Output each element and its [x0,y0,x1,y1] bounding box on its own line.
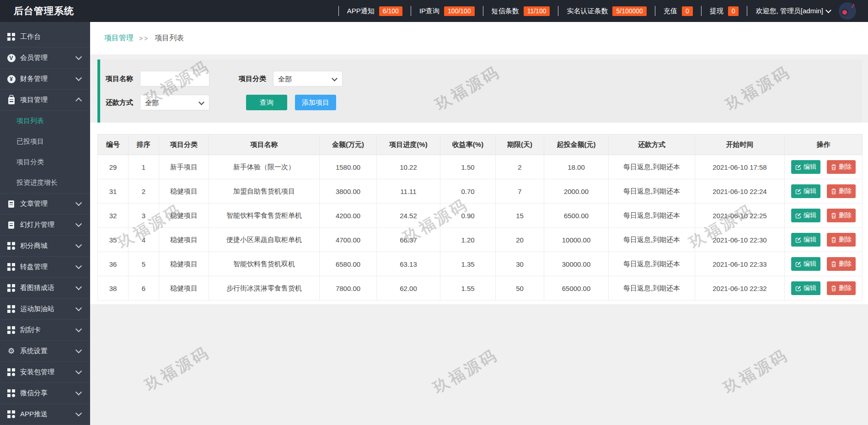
clipboard-icon [7,96,16,104]
sidebar-item-0[interactable]: 工作台 [0,27,90,48]
chevron-down-icon [75,305,82,311]
sidebar-item-7[interactable]: 转盘管理 [0,257,90,278]
search-button[interactable]: 查询 [246,95,287,110]
edit-button[interactable]: 编辑 [791,233,820,247]
sidebar-item-8[interactable]: 看图猜成语 [0,278,90,299]
cell-min_invest: 2000.00 [544,179,609,204]
cell-repay: 每日返息,到期还本 [609,228,695,252]
header-cell: 还款方式 [609,134,695,155]
edit-button[interactable]: 编辑 [791,184,820,198]
cell-start: 2021-06-10 22:33 [695,252,785,276]
chevron-up-icon [75,97,82,104]
cell-id: 29 [98,155,129,179]
chevron-down-icon [75,389,82,395]
edit-button[interactable]: 编辑 [791,209,820,222]
trash-icon [831,213,836,219]
repay-method-select[interactable]: 全部 [140,95,209,110]
avatar[interactable] [839,2,856,20]
cell-start: 2021-06-10 17:58 [695,155,785,179]
slides-icon [7,221,16,229]
header-cell: 编号 [98,134,129,155]
grid-icon [7,368,16,376]
sidebar-item-10[interactable]: 刮刮卡 [0,320,90,341]
topbar-stat-label: 实名认证条数 [567,7,608,16]
sidebar-subitem-0[interactable]: 项目列表 [0,111,90,131]
cell-progress: 63.13 [377,252,440,276]
gear-icon: ⚙ [7,347,16,355]
sidebar-item-1[interactable]: V 会员管理 [0,48,90,69]
delete-button[interactable]: 删除 [827,209,856,222]
delete-button[interactable]: 删除 [827,233,856,247]
topbar-stat-0[interactable]: APP通知 6/100 [347,6,402,16]
sidebar-item-13[interactable]: 微信分享 [0,383,90,404]
sidebar-item-14[interactable]: APP推送 [0,404,90,425]
sidebar-subitem-3[interactable]: 投资进度增长 [0,172,90,193]
trash-icon [831,188,836,194]
sidebar-item-9[interactable]: 运动加油站 [0,299,90,320]
topbar-separator [411,6,411,16]
cell-actions: 编辑 删除 [785,204,863,228]
category-select-wrap: 全部 [273,71,343,86]
cell-days: 7 [496,179,544,204]
add-project-button[interactable]: 添加项目 [295,95,336,110]
cell-progress: 24.52 [377,204,440,228]
edit-button[interactable]: 编辑 [791,257,820,271]
delete-button[interactable]: 删除 [827,184,856,198]
table-row: 323稳健项目智能饮料零食售货柜单机4200.0024.520.90156500… [98,204,863,228]
breadcrumb-separator: >> [139,35,149,42]
sidebar-item-3[interactable]: 项目管理 [0,90,90,111]
sidebar-item-11[interactable]: ⚙ 系统设置 [0,341,90,362]
watermark: 玖福源码 [429,344,502,398]
sidebar-item-label: 财务管理 [20,75,48,83]
sidebar-subitem-label: 已投项目 [16,137,44,146]
chevron-down-icon [75,75,82,81]
breadcrumb-section-link[interactable]: 项目管理 [104,33,134,43]
topbar-stat-3[interactable]: 实名认证条数 5/100000 [567,6,646,16]
header-cell: 收益率(%) [440,134,496,155]
grid-icon [7,326,16,334]
project-name-input[interactable] [140,71,209,86]
cell-days: 2 [496,155,544,179]
cell-amount: 4700.00 [320,228,377,252]
category-select[interactable]: 全部 [273,71,343,86]
sidebar-item-label: 安装包管理 [20,368,54,377]
cell-order: 6 [129,276,159,301]
sidebar-item-4[interactable]: 文章管理 [0,194,90,215]
cell-category: 稳健项目 [159,252,209,276]
breadcrumb: 项目管理 >> 项目列表 [90,22,868,54]
delete-button[interactable]: 删除 [827,257,856,271]
sidebar-item-label: 会员管理 [20,54,48,62]
topbar-stat-2[interactable]: 短信条数 11/100 [492,6,550,16]
cell-amount: 1580.00 [320,155,377,179]
edit-button[interactable]: 编辑 [791,281,820,295]
delete-button[interactable]: 删除 [827,160,856,174]
cell-order: 4 [129,228,159,252]
cell-name: 步行街冰淇淋零食售货机 [209,276,320,301]
topbar-stat-4[interactable]: 充值 0 [664,6,693,16]
cell-actions: 编辑 删除 [785,228,863,252]
sidebar-item-6[interactable]: 积分商城 [0,236,90,257]
welcome-dropdown[interactable]: 欢迎您, 管理员[admin] [755,7,830,16]
header-cell: 项目名称 [209,134,320,155]
sidebar-item-12[interactable]: 安装包管理 [0,362,90,383]
edit-button[interactable]: 编辑 [791,160,820,174]
sidebar-item-2[interactable]: ¥ 财务管理 [0,69,90,90]
cell-name: 新手体验（限一次） [209,155,320,179]
cell-order: 3 [129,204,159,228]
topbar-stat-badge: 5/100000 [612,6,646,16]
sidebar-item-5[interactable]: 幻灯片管理 [0,215,90,236]
chevron-down-icon [75,199,82,206]
category-label: 项目分类 [239,75,273,83]
table-row: 312稳健项目加盟自助售货机项目3800.0011.110.7072000.00… [98,179,863,204]
sidebar-subitem-1[interactable]: 已投项目 [0,131,90,152]
header-cell: 金额(万元) [320,134,377,155]
chevron-down-icon [75,347,82,353]
topbar-stat-badge: 0 [728,6,739,16]
sidebar-subitem-2[interactable]: 项目分类 [0,152,90,172]
topbar-stat-5[interactable]: 提现 0 [710,6,739,16]
breadcrumb-current: 项目列表 [155,33,184,43]
delete-button[interactable]: 删除 [827,281,856,295]
topbar-stat-1[interactable]: IP查询 100/100 [419,6,475,16]
sidebar-item-label: 文章管理 [20,199,48,208]
cell-rate: 1.20 [440,228,496,252]
